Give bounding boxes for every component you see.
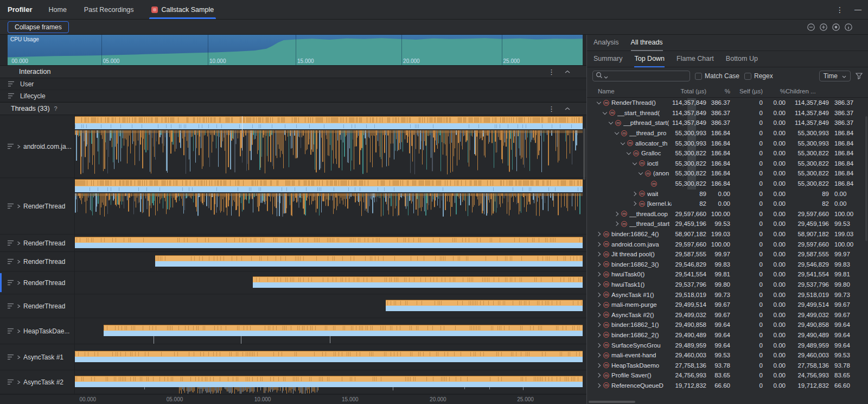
tab-bottom-up[interactable]: Bottom Up	[726, 51, 758, 67]
thread-track[interactable]	[74, 178, 583, 234]
time-range-dropdown[interactable]: Time	[819, 71, 851, 81]
chevron-right-icon[interactable]	[597, 373, 601, 377]
table-row[interactable]: m55,300,822186.8400.0055,300,822186.84	[587, 179, 868, 189]
chevron-down-icon[interactable]	[639, 171, 643, 175]
threads-help-icon[interactable]: ?	[54, 105, 58, 112]
chevron-down-icon[interactable]	[627, 151, 631, 155]
tab-analysis[interactable]: Analysis	[593, 35, 619, 51]
thread-row-1-renderthread[interactable]: RenderThread	[0, 178, 586, 235]
chevron-right-icon[interactable]	[17, 204, 21, 209]
table-row[interactable]: mRenderThread()114,357,849386.3700.00114…	[587, 98, 868, 108]
thread-track[interactable]	[74, 344, 583, 370]
chevron-right-icon[interactable]	[597, 282, 601, 287]
tab-home[interactable]: Home	[48, 0, 68, 19]
table-row[interactable]: mandroid.com.java29,597,660100.0000.0029…	[587, 239, 868, 249]
table-row[interactable]: mHeapTaskDaemo27,758,13693.7800.0027,758…	[587, 360, 868, 370]
table-row[interactable]: mbinder:16862_2()29,490,48999.6400.0029,…	[587, 330, 868, 340]
chevron-right-icon[interactable]	[633, 201, 637, 206]
reset-zoom-icon[interactable]	[832, 23, 840, 31]
zoom-out-icon[interactable]	[807, 23, 815, 31]
thread-track[interactable]	[74, 272, 583, 294]
chevron-right-icon[interactable]	[17, 355, 21, 359]
zoom-in-icon[interactable]	[819, 23, 828, 31]
table-row[interactable]: m__pthread_start(114,357,849386.3700.001…	[587, 118, 868, 128]
table-row[interactable]: mhwuiTask0()29,541,55499.8100.0029,541,5…	[587, 269, 868, 280]
chevron-right-icon[interactable]	[17, 281, 21, 285]
table-row[interactable]: mallocator_th55,300,993186.8400.0055,300…	[587, 138, 868, 148]
chevron-right-icon[interactable]	[597, 333, 601, 337]
chevron-right-icon[interactable]	[597, 353, 601, 357]
tab-callstack-sample[interactable]: Callstack Sample	[150, 0, 215, 19]
table-row[interactable]: mJit thread pool()29,587,55599.9700.0029…	[587, 249, 868, 260]
thread-row-4-renderthread[interactable]: RenderThread	[0, 272, 586, 294]
thread-row-5-renderthread[interactable]: RenderThread	[0, 294, 586, 318]
chevron-right-icon[interactable]	[597, 293, 601, 297]
chevron-right-icon[interactable]	[597, 252, 601, 256]
hide-panel-icon[interactable]: —	[854, 5, 861, 14]
chevron-right-icon[interactable]	[17, 329, 21, 333]
column-header-node[interactable]: %	[763, 88, 786, 94]
table-row[interactable]: mbinder:16862_1()29,490,85899.6400.0029,…	[587, 320, 868, 330]
checkbox-icon[interactable]	[744, 73, 751, 80]
chevron-right-icon[interactable]	[17, 260, 21, 264]
interaction-row-lifecycle[interactable]: Lifecycle	[0, 90, 586, 102]
table-row[interactable]: m__threadLoop29,597,660100.0000.0029,597…	[587, 209, 868, 219]
filter-icon[interactable]	[856, 73, 863, 79]
thread-track[interactable]	[74, 370, 583, 394]
column-header-name[interactable]: Name	[591, 88, 672, 94]
table-row[interactable]: m[kernel.kallsyms]820.0000.00820.00	[587, 199, 868, 209]
tab-all-threads[interactable]: All threads	[631, 35, 663, 51]
table-row[interactable]: mbinder:16862_3()29,546,82999.8300.0029,…	[587, 260, 868, 270]
chevron-right-icon[interactable]	[597, 272, 601, 276]
chevron-right-icon[interactable]	[615, 212, 619, 216]
thread-track[interactable]	[74, 235, 583, 251]
thread-track[interactable]	[74, 294, 583, 318]
thread-track[interactable]	[74, 115, 583, 178]
chevron-down-icon[interactable]	[609, 121, 613, 125]
table-row[interactable]: mmali-event-hand29,460,00399.5300.0029,4…	[587, 350, 868, 361]
chevron-right-icon[interactable]	[597, 383, 601, 388]
search-input[interactable]	[592, 71, 690, 81]
table-row[interactable]: mbinder:16862_4()58,907,182199.0300.0058…	[587, 229, 868, 239]
thread-row-6-heaptaskdae[interactable]: HeapTaskDae...	[0, 318, 586, 344]
chevron-right-icon[interactable]	[633, 192, 637, 196]
thread-row-0-android-com-ja[interactable]: android.com.ja...	[0, 115, 586, 178]
column-header-total-s[interactable]: Total (µs)	[672, 88, 706, 94]
threads-collapse-icon[interactable]	[565, 107, 570, 110]
table-row[interactable]: mioctl55,300,822186.8400.0055,300,822186…	[587, 159, 868, 169]
column-header-self-s[interactable]: Self (µs)	[730, 88, 763, 94]
table-row[interactable]: m__thread_start29,459,19699.5300.0029,45…	[587, 219, 868, 229]
thread-track[interactable]	[74, 318, 583, 344]
zoom-to-selection-icon[interactable]	[844, 23, 853, 31]
table-row[interactable]: m__start_thread(114,357,849386.3700.0011…	[587, 108, 868, 118]
tab-flame-chart[interactable]: Flame Chart	[676, 51, 714, 67]
chevron-down-icon[interactable]	[633, 161, 637, 166]
collapse-frames-button[interactable]: Collapse frames	[8, 21, 69, 33]
chevron-right-icon[interactable]	[615, 222, 619, 226]
chevron-right-icon[interactable]	[597, 302, 601, 307]
chevron-right-icon[interactable]	[597, 232, 601, 236]
more-options-icon[interactable]: ⋮	[836, 5, 844, 14]
interaction-header[interactable]: Interaction ⋮	[0, 65, 586, 78]
timeline-scrollbar[interactable]	[583, 128, 585, 180]
table-row[interactable]: mhwuiTask1()29,537,79699.8000.0029,537,7…	[587, 280, 868, 290]
regex-checkbox[interactable]: Regex	[744, 72, 773, 80]
column-header-children[interactable]: Children ...	[786, 88, 868, 94]
interaction-row-user[interactable]: User	[0, 78, 586, 90]
table-row[interactable]: mmali-mem-purge29,499,51499.6700.0029,49…	[587, 300, 868, 310]
table-row[interactable]: mReferenceQueueD19,712,83266.6000.0019,7…	[587, 381, 868, 391]
table-row[interactable]: mProfile Saver()24,756,99383.6500.0024,7…	[587, 370, 868, 381]
table-row[interactable]: m(anon55,300,822186.8400.0055,300,822186…	[587, 168, 868, 179]
thread-row-3-renderthread[interactable]: RenderThread	[0, 252, 586, 272]
search-history-dropdown-icon[interactable]	[604, 71, 608, 81]
cpu-usage-chart[interactable]: CPU Usage 00.00005.00010.00015.00020.000…	[8, 35, 583, 65]
interaction-collapse-icon[interactable]	[565, 70, 570, 73]
chevron-right-icon[interactable]	[17, 241, 21, 245]
chevron-right-icon[interactable]	[17, 144, 21, 149]
chevron-right-icon[interactable]	[597, 262, 601, 267]
chevron-right-icon[interactable]	[597, 313, 601, 317]
tab-past-recordings[interactable]: Past Recordings	[83, 0, 135, 19]
tab-summary[interactable]: Summary	[593, 51, 622, 67]
interaction-kebab-icon[interactable]: ⋮	[548, 68, 555, 76]
chevron-right-icon[interactable]	[597, 343, 601, 348]
